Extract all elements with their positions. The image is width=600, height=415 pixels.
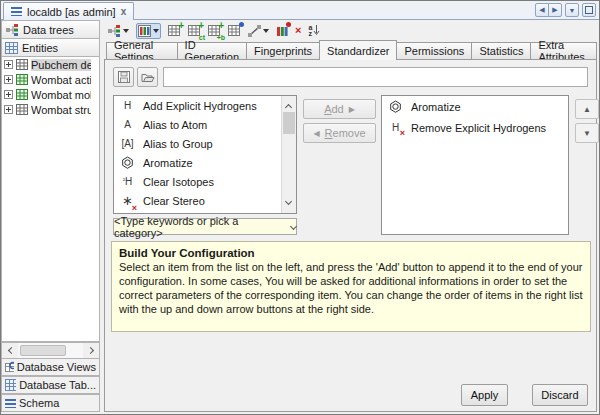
move-up-button[interactable]: ▲	[575, 99, 599, 119]
remove-hydrogens-icon: H×	[388, 122, 403, 133]
document-tab-localdb[interactable]: localdb [as admin] x	[3, 2, 134, 20]
grid-view-menu-icon[interactable]	[136, 23, 161, 39]
save-config-button[interactable]	[113, 67, 134, 87]
benzene-icon	[120, 156, 135, 169]
benzene-icon	[388, 100, 403, 113]
expand-icon[interactable]	[4, 105, 13, 114]
category-combo-value: <Type keywords or pick a category>	[114, 215, 287, 239]
maximize-button[interactable]	[582, 3, 596, 17]
alias-to-atom-icon: A	[120, 119, 135, 130]
list-item-label: Alias to Group	[143, 138, 213, 150]
scroll-tabs-left-button[interactable]: ◀	[535, 3, 549, 17]
list-item-label: Aromatize	[411, 101, 461, 113]
relationship-menu-icon[interactable]	[248, 25, 269, 37]
application-window: localdb [as admin] x ◀ ▶ ▼ Data	[0, 0, 600, 415]
scroll-up-icon[interactable]	[282, 96, 296, 111]
sidebar-horizontal-scrollbar[interactable]	[1, 342, 100, 359]
add-hydrogens-icon: H	[120, 100, 135, 111]
sidebar-section-entities[interactable]: Entities	[1, 38, 100, 57]
expand-icon[interactable]	[4, 60, 13, 69]
table-icon	[16, 59, 28, 70]
add-button[interactable]: Add ▶	[303, 99, 376, 119]
data-tree-menu-icon[interactable]	[108, 25, 129, 37]
close-icon[interactable]: x	[121, 7, 127, 17]
clear-isotopes-icon: ²H	[120, 176, 135, 187]
available-list-scrollbar[interactable]	[281, 96, 296, 213]
list-item-label: Remove Explicit Hydrogens	[411, 122, 546, 134]
tab-label: Fingerprints	[254, 45, 312, 57]
new-entity-icon[interactable]: +	[168, 25, 181, 37]
scroll-down-icon[interactable]	[282, 198, 296, 213]
list-item-label: Alias to Atom	[143, 119, 207, 131]
scrollbar-thumb[interactable]	[20, 345, 66, 356]
tab-id-generation[interactable]: ID Generation	[177, 42, 247, 60]
tab-statistics[interactable]: Statistics	[471, 42, 531, 60]
new-entity-b-icon[interactable]: ++b	[208, 25, 221, 37]
apply-button[interactable]: Apply	[461, 384, 508, 406]
list-item[interactable]: Aromatize	[114, 153, 296, 172]
standardizer-panel: H Add Explicit Hydrogens A Alias to Atom…	[104, 59, 597, 412]
table-icon-green	[16, 74, 28, 85]
tab-general-settings[interactable]: General Settings	[106, 42, 178, 60]
tree-item-label: Wombat mole	[31, 89, 91, 101]
scroll-left-icon[interactable]	[2, 343, 18, 358]
new-entity-ct-icon[interactable]: +ct	[188, 25, 201, 37]
list-item[interactable]: Aromatize	[382, 96, 568, 117]
tab-permissions[interactable]: Permissions	[396, 42, 472, 60]
tab-strip-controls: ◀ ▶ ▼	[535, 3, 596, 17]
config-name-input[interactable]	[163, 67, 588, 87]
tab-label: Standardizer	[327, 45, 389, 57]
database-views-icon	[5, 361, 14, 373]
settings-tab-strip: General Settings ID Generation Fingerpri…	[106, 40, 596, 60]
list-item[interactable]: H Add Explicit Hydrogens	[114, 96, 296, 115]
list-item[interactable]: ²H Clear Isotopes	[114, 172, 296, 191]
sidebar-tab-database-tables[interactable]: Database Tab...	[1, 376, 100, 394]
discard-button[interactable]: Discard	[532, 384, 588, 406]
list-item[interactable]: A Alias to Atom	[114, 115, 296, 134]
alias-to-group-icon: [A]	[120, 138, 135, 149]
arrow-right-icon: ▶	[349, 105, 355, 114]
chevron-down-icon	[290, 223, 297, 230]
arrow-up-icon: ▲	[583, 105, 591, 114]
expand-icon[interactable]	[4, 75, 13, 84]
tab-label: Permissions	[404, 45, 464, 57]
sidebar-section-data-trees[interactable]: Data trees	[1, 20, 100, 39]
tab-fingerprints[interactable]: Fingerprints	[246, 42, 320, 60]
expand-icon[interactable]	[4, 90, 13, 99]
sidebar: Data trees Entities Pubche	[1, 20, 100, 414]
list-item[interactable]: ∗× Clear Stereo	[114, 191, 296, 210]
tree-item-label: Wombat stru	[31, 104, 91, 116]
main-toolbar: + +ct ++b × az	[104, 21, 597, 40]
scrollbar-thumb[interactable]	[283, 112, 295, 134]
save-icon	[118, 71, 130, 83]
sidebar-tab-schema[interactable]: Schema	[1, 394, 100, 412]
tree-item-pubchem[interactable]: Pubchem der	[2, 57, 99, 72]
category-combo[interactable]: <Type keywords or pick a category>	[113, 218, 297, 235]
clear-stereo-icon: ∗×	[120, 193, 135, 208]
scroll-right-icon[interactable]	[83, 343, 99, 358]
list-item[interactable]: H× Remove Explicit Hydrogens	[382, 117, 568, 138]
tab-extra-attributes[interactable]: Extra Attributes	[530, 42, 597, 60]
tab-standardizer[interactable]: Standardizer	[319, 40, 397, 60]
delete-icon[interactable]: ×	[295, 25, 301, 36]
sort-icon[interactable]: az	[308, 25, 320, 37]
tree-item-wombat-activities[interactable]: Wombat activ	[2, 72, 99, 87]
tab-list-dropdown-button[interactable]: ▼	[565, 3, 579, 17]
new-columns-icon[interactable]	[276, 25, 288, 37]
tab-label: Statistics	[479, 45, 523, 57]
sidebar-tab-database-views[interactable]: Database Views	[1, 358, 100, 376]
entity-dot-icon[interactable]	[228, 25, 241, 37]
tree-item-wombat-structures[interactable]: Wombat stru	[2, 102, 99, 117]
list-item-label: Clear Isotopes	[143, 176, 214, 188]
configured-actions-list[interactable]: Aromatize H× Remove Explicit Hydrogens	[381, 95, 569, 235]
tree-item-wombat-molecules[interactable]: Wombat mole	[2, 87, 99, 102]
remove-button[interactable]: ◀ Remove	[303, 123, 376, 143]
available-actions-list[interactable]: H Add Explicit Hydrogens A Alias to Atom…	[113, 95, 297, 214]
discard-button-label: Discard	[541, 389, 578, 401]
move-down-button[interactable]: ▼	[575, 123, 599, 143]
list-item[interactable]: [A] Alias to Group	[114, 134, 296, 153]
sidebar-tab-label: Database Views	[17, 361, 96, 373]
remove-button-label: Remove	[325, 127, 366, 139]
scroll-tabs-right-button[interactable]: ▶	[548, 3, 562, 17]
open-config-button[interactable]	[137, 67, 158, 87]
